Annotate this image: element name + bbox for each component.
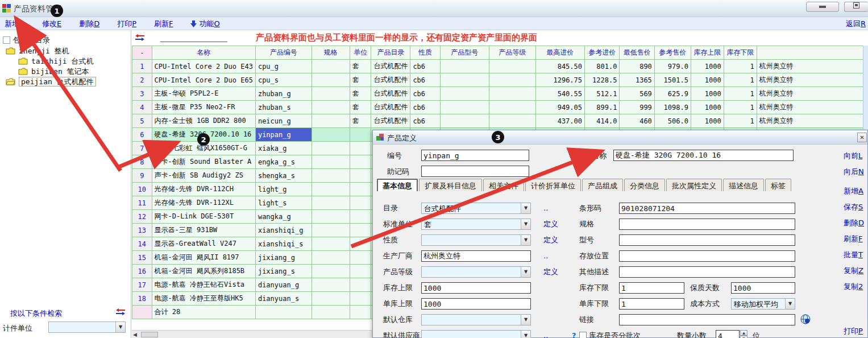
cell[interactable] bbox=[312, 114, 350, 128]
cell[interactable]: zhuban_s bbox=[255, 101, 312, 114]
field-input-目录[interactable]: 台式机配件▼ bbox=[421, 203, 531, 214]
cell[interactable]: 13 bbox=[132, 224, 152, 237]
cell[interactable]: cb6 bbox=[410, 87, 440, 101]
field-input-单库上限[interactable] bbox=[421, 298, 531, 310]
cell[interactable]: 506.0 bbox=[654, 114, 691, 128]
cell[interactable] bbox=[440, 60, 489, 73]
cell[interactable]: 18 bbox=[132, 292, 152, 306]
cell[interactable]: 1000 bbox=[691, 114, 724, 128]
column-header[interactable]: 最低售价 bbox=[620, 46, 654, 60]
cell[interactable] bbox=[312, 251, 350, 265]
cell[interactable] bbox=[350, 183, 371, 196]
cell[interactable]: 16 bbox=[132, 265, 152, 278]
field-input-默认仓库[interactable]: ▼ bbox=[421, 314, 531, 325]
cell[interactable] bbox=[350, 210, 371, 224]
cell[interactable]: light_s bbox=[255, 196, 312, 210]
side-button-复制2[interactable]: 复制2 bbox=[844, 281, 863, 292]
table-row[interactable]: 5内存-金士顿 1GB DDR2 800neicun_g套台式机配件cb6437… bbox=[132, 114, 868, 128]
side-button-打印P[interactable]: 打印P bbox=[844, 325, 863, 337]
cell[interactable]: 1 bbox=[724, 114, 757, 128]
cell[interactable]: 625.9 bbox=[654, 87, 691, 101]
cell[interactable]: 1228.5 bbox=[585, 73, 620, 87]
cell[interactable]: 套 bbox=[350, 73, 371, 87]
swap-panel-icon[interactable] bbox=[116, 307, 125, 318]
qty-decimal-stepper[interactable]: ▲▼ bbox=[740, 330, 747, 338]
cell[interactable]: 主板-华硕 P5PL2-E bbox=[152, 87, 255, 101]
name-input[interactable] bbox=[613, 150, 794, 161]
cell[interactable]: xiaka_g bbox=[255, 142, 312, 155]
cell[interactable]: 1098.9 bbox=[654, 101, 691, 114]
batch-checkbox[interactable] bbox=[579, 332, 587, 338]
cell[interactable]: shengka_s bbox=[255, 169, 312, 183]
cell[interactable] bbox=[440, 87, 489, 101]
field-input-生产厂商[interactable] bbox=[421, 250, 531, 262]
toolbar-item-删除D[interactable]: 删除D bbox=[79, 19, 99, 29]
cell[interactable]: light_g bbox=[255, 183, 312, 196]
column-header[interactable]: 最高进价 bbox=[535, 46, 584, 60]
column-header[interactable]: 单位 bbox=[350, 46, 371, 60]
cell[interactable]: 17 bbox=[132, 278, 152, 292]
cell[interactable] bbox=[312, 73, 350, 87]
column-header[interactable]: 产品型号 bbox=[440, 46, 489, 60]
cell[interactable]: 949.05 bbox=[535, 101, 584, 114]
side-button-刷新F[interactable]: 刷新F bbox=[844, 233, 862, 245]
tab-产品组成[interactable]: 产品组成 bbox=[582, 179, 623, 191]
cell[interactable]: 1 bbox=[724, 73, 757, 87]
cell[interactable]: 台式机配件 bbox=[371, 101, 410, 114]
cell[interactable]: 1 bbox=[724, 101, 757, 114]
cell[interactable]: cb6 bbox=[410, 60, 440, 73]
scroll-left-icon[interactable]: ◀ bbox=[133, 332, 137, 337]
cell[interactable]: 14 bbox=[132, 237, 152, 251]
quick-filter-input[interactable] bbox=[160, 32, 227, 42]
tree-item[interactable]: zhengji 整机 bbox=[0, 46, 131, 56]
cell[interactable] bbox=[312, 237, 350, 251]
cell[interactable] bbox=[312, 142, 350, 155]
field-input-库存上限[interactable] bbox=[421, 282, 531, 294]
cell[interactable] bbox=[350, 224, 371, 237]
dialog-close-button[interactable]: ✕ bbox=[857, 133, 867, 142]
cell[interactable] bbox=[350, 196, 371, 210]
cell[interactable]: CPU-Intel Core 2 Duo E43 bbox=[152, 60, 255, 73]
field-input-库存下限[interactable] bbox=[619, 282, 684, 294]
cell[interactable] bbox=[350, 292, 371, 306]
cell[interactable]: 979.0 bbox=[654, 60, 691, 73]
cell[interactable]: 套 bbox=[350, 114, 371, 128]
cell[interactable]: 套 bbox=[350, 101, 371, 114]
swap-columns-icon[interactable] bbox=[135, 33, 144, 44]
column-header[interactable]: 规格 bbox=[312, 46, 350, 60]
dropdown-arrow-icon[interactable]: ▼ bbox=[521, 219, 530, 229]
stepper-down-icon[interactable]: ▼ bbox=[740, 336, 747, 338]
cell[interactable]: 硬盘-希捷 320G 7200.10 16 bbox=[152, 128, 255, 142]
scrollbar-thumb[interactable] bbox=[141, 332, 158, 337]
cell[interactable]: 光存储-先锋 DVR-112CH bbox=[152, 183, 255, 196]
cell[interactable]: 声卡-创新 SB Audigy2 ZS bbox=[152, 169, 255, 183]
code-input[interactable] bbox=[421, 150, 529, 161]
side-button-向后N[interactable]: 向后N bbox=[844, 166, 864, 178]
cell[interactable]: 显卡-七彩虹 镭风X1650GT-G bbox=[152, 142, 255, 155]
stepper-up-icon[interactable]: ▲ bbox=[740, 330, 747, 336]
cell[interactable] bbox=[350, 251, 371, 265]
column-header[interactable]: 库存上限 bbox=[691, 46, 724, 60]
cell[interactable]: 显示器-GreatWall V247 bbox=[152, 237, 255, 251]
cell[interactable] bbox=[312, 224, 350, 237]
cell[interactable] bbox=[350, 155, 371, 169]
column-header[interactable]: 参考进价 bbox=[585, 46, 620, 60]
cell[interactable] bbox=[350, 237, 371, 251]
cell[interactable] bbox=[489, 60, 535, 73]
cell[interactable] bbox=[350, 169, 371, 183]
cell[interactable] bbox=[440, 101, 489, 114]
table-row[interactable]: 1CPU-Intel Core 2 Duo E43cpu_g套台式机配件cb68… bbox=[132, 60, 868, 73]
cell[interactable] bbox=[489, 73, 535, 87]
cell[interactable] bbox=[312, 155, 350, 169]
cell[interactable]: xianshiqi_g bbox=[255, 224, 312, 237]
cell[interactable]: 15 bbox=[132, 251, 152, 265]
cell[interactable] bbox=[489, 114, 535, 128]
dropdown-arrow-icon[interactable]: ▼ bbox=[785, 299, 795, 309]
field-input-型号[interactable] bbox=[619, 234, 795, 246]
cell[interactable]: cb6 bbox=[410, 73, 440, 87]
cell[interactable]: 3 bbox=[132, 87, 152, 101]
cell[interactable] bbox=[312, 101, 350, 114]
cell[interactable]: 台式机配件 bbox=[371, 87, 410, 101]
cell[interactable] bbox=[312, 278, 350, 292]
side-button-批量T[interactable]: 批量T bbox=[844, 249, 863, 261]
